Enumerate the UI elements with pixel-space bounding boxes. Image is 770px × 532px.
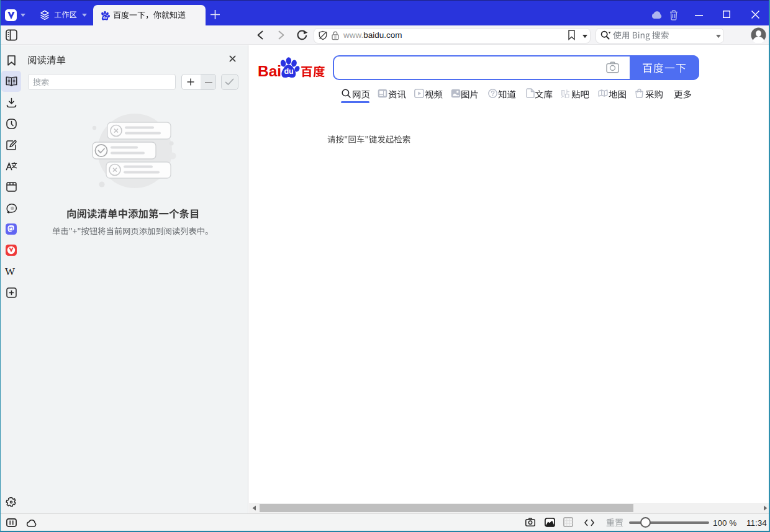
svg-text:du: du bbox=[284, 67, 293, 76]
svg-text:du: du bbox=[103, 16, 107, 19]
